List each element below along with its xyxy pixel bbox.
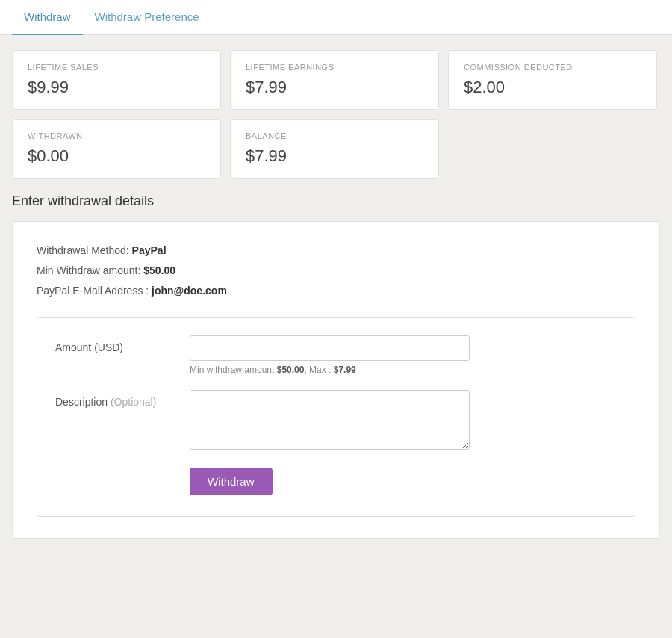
paypal-email-value: john@doe.com: [152, 285, 227, 297]
withdraw-button[interactable]: Withdraw: [190, 468, 273, 495]
description-row: Description (Optional): [55, 390, 617, 453]
method-info: Withdrawal Method: PayPal Min Withdraw a…: [37, 243, 635, 299]
stat-lifetime-sales: LIFETIME SALES $9.99: [12, 50, 221, 110]
stat-balance: BALANCE $7.99: [230, 119, 439, 179]
stats-row-1: LIFETIME SALES $9.99 LIFETIME EARNINGS $…: [12, 50, 660, 110]
amount-hint-min: $50.00: [277, 365, 305, 375]
stat-commission-deducted-label: COMMISSION DEDUCTED: [464, 63, 641, 72]
min-withdraw-value: $50.00: [143, 264, 175, 276]
amount-input[interactable]: [190, 335, 470, 361]
amount-hint-prefix: Min withdraw amount: [190, 365, 277, 375]
amount-hint-mid: , Max :: [304, 365, 333, 375]
description-textarea[interactable]: [190, 390, 470, 450]
withdrawal-method-line: Withdrawal Method: PayPal: [37, 243, 635, 258]
stat-lifetime-sales-value: $9.99: [28, 78, 205, 97]
withdrawal-form-container: Withdrawal Method: PayPal Min Withdraw a…: [12, 221, 660, 539]
description-field: [190, 390, 617, 453]
stat-lifetime-sales-label: LIFETIME SALES: [28, 63, 205, 72]
min-withdraw-line: Min Withdraw amount: $50.00: [37, 263, 635, 279]
amount-row: Amount (USD) Min withdraw amount $50.00,…: [55, 335, 617, 375]
amount-hint-max: $7.99: [334, 365, 356, 375]
stats-row-2: WITHDRAWN $0.00 BALANCE $7.99: [12, 119, 660, 179]
tab-withdraw[interactable]: Withdraw: [12, 0, 83, 35]
withdrawal-method-value: PayPal: [132, 244, 167, 256]
form-inner: Amount (USD) Min withdraw amount $50.00,…: [37, 317, 635, 517]
amount-hint: Min withdraw amount $50.00, Max : $7.99: [190, 365, 617, 375]
amount-label: Amount (USD): [55, 335, 190, 353]
stat-withdrawn-label: WITHDRAWN: [28, 131, 205, 140]
stat-lifetime-earnings-label: LIFETIME EARNINGS: [246, 63, 423, 72]
main-content: LIFETIME SALES $9.99 LIFETIME EARNINGS $…: [0, 35, 672, 554]
paypal-email-line: PayPal E-Mail Address : john@doe.com: [37, 283, 635, 299]
stat-balance-value: $7.99: [246, 146, 423, 166]
section-title: Enter withdrawal details: [12, 193, 660, 209]
description-optional: (Optional): [111, 396, 156, 408]
stat-lifetime-earnings: LIFETIME EARNINGS $7.99: [230, 50, 439, 110]
stat-balance-label: BALANCE: [246, 131, 423, 140]
amount-field: Min withdraw amount $50.00, Max : $7.99: [190, 335, 617, 375]
tab-bar: Withdraw Withdraw Preference: [0, 0, 672, 35]
stat-withdrawn-value: $0.00: [28, 146, 205, 166]
tab-withdraw-preference[interactable]: Withdraw Preference: [83, 0, 211, 35]
stat-withdrawn: WITHDRAWN $0.00: [12, 119, 221, 179]
stat-commission-deducted: COMMISSION DEDUCTED $2.00: [448, 50, 657, 110]
stat-commission-deducted-value: $2.00: [464, 78, 641, 97]
stat-lifetime-earnings-value: $7.99: [246, 78, 423, 97]
description-label: Description (Optional): [55, 390, 190, 408]
